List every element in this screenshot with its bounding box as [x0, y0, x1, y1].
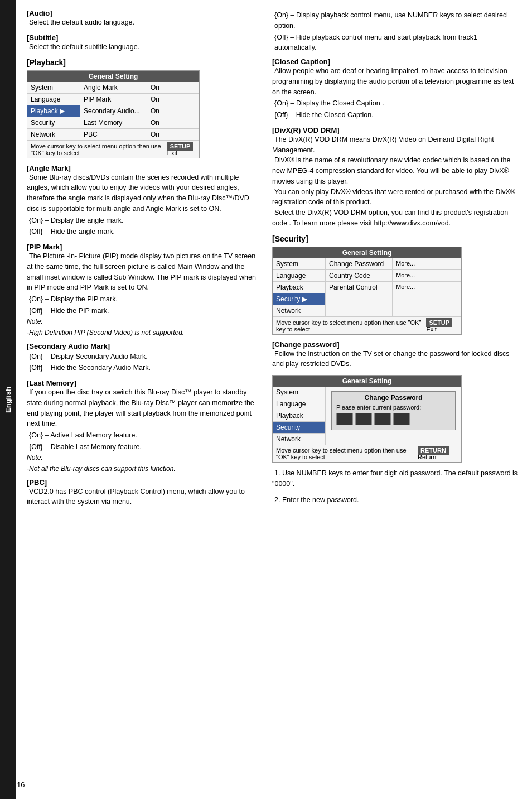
footer-text: Move cursor key to select menu option th…	[31, 143, 167, 156]
table-cell: Language	[273, 398, 309, 410]
pbc-text: VCD2.0 has PBC control (Playback Control…	[27, 488, 245, 506]
change-pwd-menu: System Language Playback Security Networ	[273, 387, 326, 445]
pwd-box-2[interactable]	[355, 413, 372, 425]
return-label: Return	[418, 454, 436, 460]
table-row: Playback Parental Control More...	[273, 282, 461, 293]
change-pwd-dialog-area: Change Password Please enter current pas…	[326, 387, 461, 445]
subtitle-title: [Subtitle]	[27, 33, 58, 42]
instruction1: 1. Use NUMBER keys to enter four digit o…	[272, 468, 521, 489]
table-cell: Network	[27, 129, 80, 140]
angle-mark-off: {Off} – Hide the angle mark.	[29, 227, 261, 237]
password-boxes	[336, 413, 451, 425]
table-cell	[393, 293, 420, 305]
pip-mark-off: {Off} – Hide the PIP mark.	[29, 306, 261, 316]
closed-caption-text: Allow people who are deaf or hearing imp…	[272, 67, 514, 96]
table-cell: On	[147, 105, 175, 117]
closed-caption-off: {Off} – Hide the Closed Caption.	[274, 110, 521, 121]
table-row: Language Country Code More...	[273, 270, 461, 282]
angle-mark-on: {On} – Display the angle mark.	[29, 215, 261, 226]
table-cell-security: Security	[273, 422, 325, 433]
playback-table-header: General Setting	[27, 71, 199, 82]
table-cell: Network	[273, 305, 326, 316]
audio-text: Select the default audio language.	[29, 18, 134, 26]
secondary-audio-title: [Secondary Audio Mark]	[27, 342, 110, 350]
playback-header: [Playback]	[27, 58, 261, 67]
table-cell: Parental Control	[326, 282, 393, 293]
divx-text1: The DivX(R) VOD DRM means DivX(R) Video …	[272, 136, 494, 154]
off-hide-text: {Off} – Hide playback control menu and s…	[274, 32, 521, 54]
right-column: {On} – Display playback control menu, us…	[272, 9, 521, 790]
pwd-box-3[interactable]	[374, 413, 391, 425]
table-cell: Playback	[273, 282, 326, 293]
last-memory-title: [Last Memory]	[27, 379, 76, 387]
audio-title: [Audio]	[27, 9, 52, 17]
pwd-box-1[interactable]	[336, 413, 353, 425]
pip-mark-title: [PIP Mark]	[27, 243, 62, 251]
footer-text: Move cursor key to select menu option th…	[276, 319, 426, 333]
footer-text: Move cursor key to select menu option th…	[276, 447, 418, 460]
table-cell: System	[273, 387, 302, 398]
table-row: Playback	[273, 410, 325, 422]
table-cell-more[interactable]: More...	[393, 270, 420, 281]
divx-title: [DivX(R) VOD DRM]	[272, 126, 340, 134]
secondary-audio-on: {On} – Display Secondary Audio Mark.	[29, 352, 261, 362]
table-row: Network	[273, 305, 461, 317]
table-cell	[393, 305, 420, 316]
divx-section: [DivX(R) VOD DRM] The DivX(R) VOD DRM me…	[272, 126, 521, 229]
security-table-header: General Setting	[273, 247, 461, 258]
pip-note-label: Note:	[27, 317, 261, 325]
table-cell: Secondary Audio...	[80, 105, 147, 117]
pwd-box-4[interactable]	[393, 413, 410, 425]
security-settings-table: General Setting System Change Password M…	[272, 247, 462, 335]
table-cell-security: Security ▶	[273, 293, 326, 305]
change-password-title: [Change password]	[272, 340, 340, 349]
table-row: System Change Password More...	[273, 258, 461, 270]
table-cell: System	[27, 82, 80, 93]
closed-caption-section: [Closed Caption] Allow people who are de…	[272, 57, 521, 121]
table-footer: Move cursor key to select menu option th…	[27, 141, 199, 158]
secondary-audio-off: {Off} – Hide the Secondary Audio Mark.	[29, 363, 261, 373]
playback-settings-table: General Setting System Angle Mark On Lan…	[27, 70, 200, 158]
change-pwd-body: System Language Playback Security Networ	[273, 387, 461, 445]
angle-mark-text: Some Blu-ray discs/DVDs contain the scen…	[27, 174, 249, 213]
pbc-section: [PBC] VCD2.0 has PBC control (Playback C…	[27, 478, 261, 508]
table-row: System	[273, 387, 325, 398]
table-cell: On	[147, 117, 175, 128]
table-cell: PIP Mark	[80, 94, 147, 105]
pip-mark-section: [PIP Mark] The Picture -In- Picture (PIP…	[27, 243, 261, 336]
table-cell: PBC	[80, 129, 147, 140]
table-cell: On	[147, 94, 175, 105]
last-memory-note-label: Note:	[27, 454, 261, 461]
pip-mark-on: {On} – Display the PIP mark.	[29, 294, 261, 305]
table-row: System Angle Mark On	[27, 82, 199, 94]
table-row: Network	[273, 434, 325, 445]
subtitle-text: Select the default subtitle language.	[29, 43, 139, 51]
security-header: [Security]	[272, 234, 521, 243]
audio-section: [Audio] Select the default audio languag…	[27, 9, 261, 28]
table-cell: Security	[27, 117, 80, 128]
angle-mark-title: [Angle Mark]	[27, 164, 71, 172]
change-password-section: [Change password] Follow the instruction…	[272, 340, 521, 370]
angle-mark-section: [Angle Mark] Some Blu-ray discs/DVDs con…	[27, 164, 261, 238]
instruction2: 2. Enter the new password.	[272, 495, 521, 506]
divx-text4: Select the DivX(R) VOD DRM option, you c…	[272, 209, 508, 227]
divx-text2: DivX® is the name of a revolutionary new…	[272, 156, 510, 185]
page-number: 16	[17, 781, 25, 789]
table-row-highlighted: Security	[273, 422, 325, 434]
dialog-title: Change Password	[336, 394, 451, 402]
on-display-text: {On} – Display playback control menu, us…	[274, 10, 521, 31]
exit-label: Exit	[426, 326, 436, 333]
last-memory-on: {On} – Active Last Memory feature.	[29, 430, 261, 441]
table-cell-more[interactable]: More...	[393, 282, 420, 293]
change-pwd-table-header: General Setting	[273, 376, 461, 387]
table-row: Security Last Memory On	[27, 117, 199, 129]
instruction1-text: 1. Use NUMBER keys to enter four digit o…	[272, 469, 518, 488]
dialog-label: Please enter current password:	[336, 404, 451, 411]
pip-note-text: -High Definition PIP (Second Video) is n…	[27, 329, 261, 336]
last-memory-note-text: -Not all the Blu-ray discs can support t…	[27, 465, 261, 473]
change-pwd-footer: Move cursor key to select menu option th…	[273, 445, 461, 462]
security-table-footer: Move cursor key to select menu option th…	[273, 317, 461, 334]
pbc-title: [PBC]	[27, 478, 47, 487]
table-cell-playback: Playback ▶	[27, 105, 80, 117]
table-cell-more[interactable]: More...	[393, 258, 420, 269]
